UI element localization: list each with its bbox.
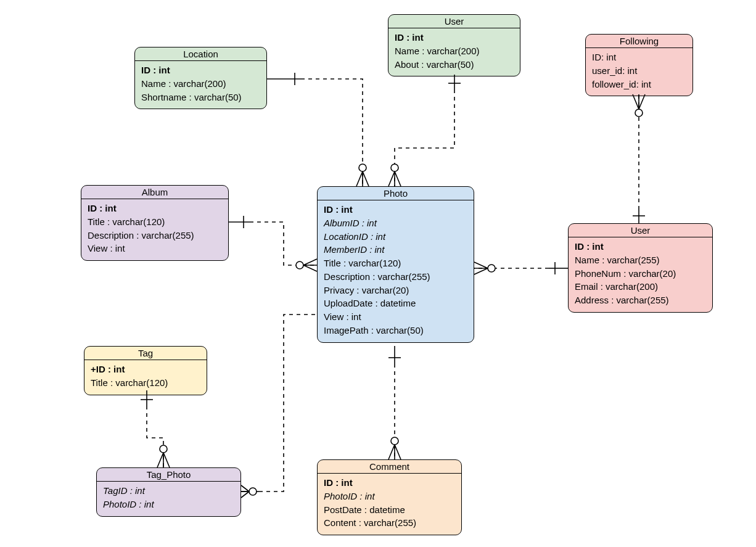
svg-point-1 (391, 164, 398, 171)
entity-title: User (569, 224, 712, 237)
entity-title: Tag (84, 347, 207, 360)
svg-point-0 (359, 164, 366, 171)
svg-point-7 (249, 488, 257, 495)
entity-location: Location ID : int Name : varchar(200) Sh… (134, 47, 267, 109)
svg-point-6 (160, 445, 167, 453)
entity-title: User (388, 15, 520, 28)
entity-user-top: User ID : int Name : varchar(200) About … (388, 14, 520, 76)
entity-title: Photo (318, 187, 474, 200)
entity-tag: Tag +ID : int Title : varchar(120) (84, 346, 207, 395)
entity-body: ID : int Title : varchar(120) Descriptio… (81, 199, 228, 260)
entity-title: Album (81, 186, 228, 199)
entity-title: Following (586, 35, 692, 48)
entity-body: TagID : int PhotoID : int (97, 482, 240, 516)
entity-body: ID : int AlbumID : int LocationID : int … (318, 200, 474, 342)
entity-title: Comment (318, 460, 461, 474)
entity-user-right: User ID : int Name : varchar(255) PhoneN… (568, 223, 713, 313)
entity-body: ID: int user_id: int follower_id: int (586, 48, 692, 96)
entity-photo: Photo ID : int AlbumID : int LocationID … (317, 186, 474, 343)
svg-point-3 (488, 265, 495, 272)
entity-body: ID : int PhotoID : int PostDate : dateti… (318, 474, 461, 535)
entity-following: Following ID: int user_id: int follower_… (585, 34, 693, 96)
svg-point-2 (296, 261, 303, 269)
entity-title: Tag_Photo (97, 468, 240, 482)
entity-body: ID : int Name : varchar(255) PhoneNum : … (569, 237, 712, 312)
entity-tag-photo: Tag_Photo TagID : int PhotoID : int (96, 467, 241, 517)
entity-title: Location (135, 47, 266, 61)
entity-comment: Comment ID : int PhotoID : int PostDate … (317, 459, 462, 535)
entity-album: Album ID : int Title : varchar(120) Desc… (81, 185, 229, 261)
entity-body: ID : int Name : varchar(200) Shortname :… (135, 61, 266, 109)
entity-body: ID : int Name : varchar(200) About : var… (388, 28, 520, 76)
svg-point-4 (635, 109, 643, 117)
entity-body: +ID : int Title : varchar(120) (84, 360, 207, 395)
svg-point-5 (391, 437, 398, 445)
